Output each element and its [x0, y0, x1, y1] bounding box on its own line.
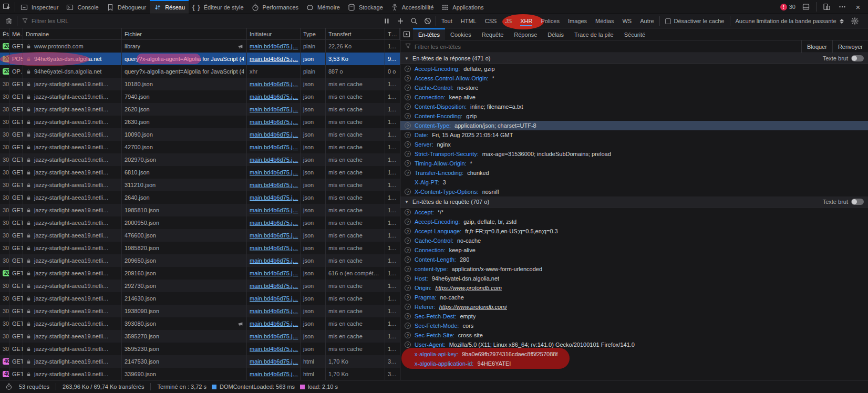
initiator-link[interactable]: main.bd4b6d75.j…: [250, 106, 298, 112]
filter-xhr[interactable]: XHR: [516, 16, 536, 26]
filter-polices[interactable]: Polices: [536, 16, 563, 26]
request-row[interactable]: 200GETwww.protondb.comlibrarymain.bd4b6d…: [0, 40, 400, 53]
header-row[interactable]: ?X-Content-Type-Options:nosniff: [400, 187, 868, 196]
request-row[interactable]: 304GETjazzy-starlight-aeea19.netli…31121…: [0, 179, 400, 191]
initiator-link[interactable]: main.bd4b6d75.j…: [250, 283, 298, 289]
request-row[interactable]: 304GETjazzy-starlight-aeea19.netli…39308…: [0, 317, 400, 330]
header-help-icon[interactable]: ?: [405, 275, 411, 282]
request-row[interactable]: 304GETjazzy-starlight-aeea19.netli…29273…: [0, 280, 400, 292]
initiator-link[interactable]: main.bd4b6d75.j…: [250, 320, 298, 327]
header-help-icon[interactable]: ?: [405, 219, 411, 225]
initiator-link[interactable]: main.bd4b6d75.j…: [250, 232, 298, 239]
new-request-icon[interactable]: [394, 14, 407, 28]
initiator-link[interactable]: main.bd4b6d75.j…: [250, 43, 298, 49]
request-row[interactable]: 304GETjazzy-starlight-aeea19.netli…19858…: [0, 204, 400, 216]
header-row[interactable]: ?Connection:keep-alive: [400, 245, 868, 255]
initiator-link[interactable]: main.bd4b6d75.j…: [250, 119, 298, 125]
initiator-link[interactable]: main.bd4b6d75.j…: [250, 81, 298, 87]
header-row[interactable]: ?Content-Type:application/json; charset=…: [400, 121, 868, 130]
details-tab-en-t-tes[interactable]: En-têtes: [413, 28, 445, 40]
header-help-icon[interactable]: ?: [405, 332, 411, 338]
request-row[interactable]: 304GETjazzy-starlight-aeea19.netli…19858…: [0, 242, 400, 254]
filter-médias[interactable]: Médias: [591, 16, 618, 26]
details-tab-r-ponse[interactable]: Réponse: [509, 28, 542, 40]
request-row[interactable]: 304GETjazzy-starlight-aeea19.netli…35952…: [0, 330, 400, 343]
header-value-link[interactable]: https://www.protondb.com/: [439, 304, 508, 310]
header-row[interactable]: ?Content-Length:280: [400, 255, 868, 264]
request-row[interactable]: 304GETjazzy-starlight-aeea19.netli…35952…: [0, 343, 400, 355]
request-row[interactable]: 304GETjazzy-starlight-aeea19.netli…20009…: [0, 216, 400, 229]
header-help-icon[interactable]: ?: [405, 66, 411, 72]
initiator-link[interactable]: main.bd4b6d75.j…: [250, 308, 298, 314]
header-help-icon[interactable]: ?: [405, 132, 411, 138]
initiator-link[interactable]: main.bd4b6d75.j…: [250, 194, 298, 201]
tab-memory[interactable]: Mémoire: [302, 0, 344, 14]
header-help-icon[interactable]: ?: [405, 266, 411, 272]
request-row[interactable]: 304GETjazzy-starlight-aeea19.netli…10090…: [0, 128, 400, 141]
request-row[interactable]: 304GETjazzy-starlight-aeea19.netli…47660…: [0, 229, 400, 242]
throttle-select[interactable]: Aucune limitation de la bande passante: [731, 18, 848, 24]
tab-performance[interactable]: Performances: [247, 0, 302, 14]
request-row[interactable]: 304GETjazzy-starlight-aeea19.netli…7940.…: [0, 90, 400, 103]
filter-autre[interactable]: Autre: [636, 16, 658, 26]
tab-inspector[interactable]: Inspecteur: [16, 0, 62, 14]
initiator-link[interactable]: main.bd4b6d75.j…: [250, 169, 298, 175]
initiator-link[interactable]: main.bd4b6d75.j…: [250, 207, 298, 213]
header-help-icon[interactable]: ?: [405, 160, 411, 167]
request-row[interactable]: 304GETjazzy-starlight-aeea19.netli…20965…: [0, 254, 400, 267]
header-row[interactable]: ?Pragma:no-cache: [400, 293, 868, 302]
header-row[interactable]: ?Accept-Encoding:deflate, gzip: [400, 64, 868, 74]
pause-traffic-icon[interactable]: [380, 14, 394, 28]
request-row[interactable]: 404GETjazzy-starlight-aeea19.netli…33969…: [0, 368, 400, 380]
request-row[interactable]: 304GETjazzy-starlight-aeea19.netli…10180…: [0, 78, 400, 90]
error-count-badge[interactable]: ! 30: [779, 4, 797, 11]
disable-cache-checkbox[interactable]: Désactiver le cache: [661, 18, 729, 24]
header-row[interactable]: ?Access-Control-Allow-Origin:*: [400, 74, 868, 83]
header-help-icon[interactable]: ?: [405, 75, 411, 81]
clear-requests-icon[interactable]: [2, 14, 16, 28]
raw-toggle[interactable]: [851, 55, 864, 61]
initiator-link[interactable]: main.bd4b6d75.j…: [250, 56, 298, 62]
initiator-link[interactable]: main.bd4b6d75.j…: [250, 157, 298, 163]
column-header-domaine[interactable]: Domaine: [23, 28, 122, 39]
details-tab-d-lais[interactable]: Délais: [542, 28, 569, 40]
request-row[interactable]: 304GETjazzy-starlight-aeea19.netli…2620.…: [0, 103, 400, 116]
header-help-icon[interactable]: ?: [405, 313, 411, 319]
column-header-m[interactable]: Mé…: [9, 28, 23, 39]
filter-css[interactable]: CSS: [481, 16, 501, 26]
header-row[interactable]: ?Timing-Allow-Origin:*: [400, 159, 868, 168]
header-help-icon[interactable]: ?: [405, 304, 411, 310]
tab-network[interactable]: Réseau: [150, 0, 189, 14]
details-tab-cookies[interactable]: Cookies: [445, 28, 477, 40]
initiator-link[interactable]: main.bd4b6d75.j…: [250, 220, 298, 226]
initiator-link[interactable]: main.bd4b6d75.j…: [250, 295, 298, 302]
close-icon[interactable]: ×: [851, 0, 865, 14]
header-row[interactable]: ?content-type:application/x-www-form-url…: [400, 264, 868, 274]
tab-accessibility[interactable]: Accessibilité: [387, 0, 438, 14]
initiator-link[interactable]: main.bd4b6d75.j…: [250, 131, 298, 138]
tab-styleeditor[interactable]: { }Éditeur de style: [189, 0, 247, 14]
raw-toggle[interactable]: [851, 199, 864, 205]
request-row[interactable]: 304GETjazzy-starlight-aeea19.netli…20297…: [0, 153, 400, 166]
column-header-transfert[interactable]: Transfert: [326, 28, 385, 39]
pick-element-icon[interactable]: [0, 0, 14, 14]
request-row[interactable]: 200POST94he6yatei-dsn.algolia.netquery?x…: [0, 53, 400, 65]
initiator-link[interactable]: main.bd4b6d75.j…: [250, 270, 298, 276]
header-help-icon[interactable]: ?: [405, 189, 411, 195]
details-tab-s-curit-[interactable]: Sécurité: [619, 28, 650, 40]
initiator-link[interactable]: main.bd4b6d75.j…: [250, 182, 298, 188]
request-row[interactable]: 304GETjazzy-starlight-aeea19.netli…42700…: [0, 141, 400, 153]
gear-icon[interactable]: [848, 14, 862, 28]
header-row[interactable]: ?Transfer-Encoding:chunked: [400, 168, 868, 178]
header-row[interactable]: ?Content-Encoding:gzip: [400, 111, 868, 121]
header-row[interactable]: ?Sec-Fetch-Site:cross-site: [400, 330, 868, 340]
details-tab-requ-te[interactable]: Requête: [477, 28, 509, 40]
header-row[interactable]: ?Referer:https://www.protondb.com/: [400, 302, 868, 312]
header-help-icon[interactable]: ?: [405, 104, 411, 110]
initiator-link[interactable]: main.bd4b6d75.j…: [250, 245, 298, 251]
initiator-link[interactable]: main.bd4b6d75.j…: [250, 257, 298, 264]
initiator-link[interactable]: main.bd4b6d75.j…: [250, 94, 298, 100]
header-help-icon[interactable]: ?: [405, 151, 411, 157]
filter-js[interactable]: JS: [501, 16, 516, 26]
header-help-icon[interactable]: ?: [405, 122, 411, 129]
